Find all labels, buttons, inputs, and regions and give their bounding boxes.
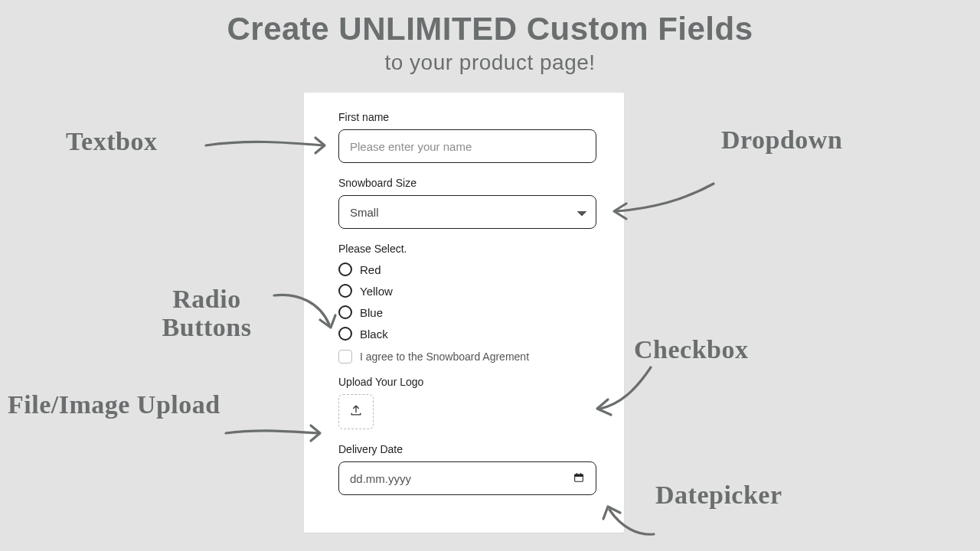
upload-button[interactable] <box>338 394 374 429</box>
page-headline: Create UNLIMITED Custom Fields to your p… <box>0 11 980 75</box>
radio-block: Please Select. Red Yellow Blue Black <box>338 243 596 364</box>
radio-option-red[interactable]: Red <box>338 262 596 276</box>
headline-subtitle: to your product page! <box>0 51 980 75</box>
agreement-checkbox[interactable]: I agree to the Snowboard Agrement <box>338 350 596 364</box>
form-card: First name Snowboard Size Small Please S… <box>304 93 624 533</box>
upload-label: Upload Your Logo <box>338 376 596 388</box>
radio-icon <box>338 305 352 319</box>
callout-dropdown: Dropdown <box>721 126 842 155</box>
date-input[interactable]: dd.mm.yyyy <box>338 461 596 495</box>
size-label: Snowboard Size <box>338 177 596 189</box>
callout-checkbox: Checkbox <box>634 335 748 364</box>
size-block: Snowboard Size Small <box>338 177 596 229</box>
radio-option-blue[interactable]: Blue <box>338 305 596 319</box>
upload-icon <box>348 403 364 421</box>
first-name-input[interactable] <box>338 129 596 163</box>
radio-label: Yellow <box>360 285 393 298</box>
radio-option-yellow[interactable]: Yellow <box>338 284 596 298</box>
agreement-label: I agree to the Snowboard Agrement <box>360 350 529 363</box>
upload-block: Upload Your Logo <box>338 376 596 429</box>
radio-icon <box>338 284 352 298</box>
headline-title: Create UNLIMITED Custom Fields <box>0 11 980 47</box>
radio-label: Red <box>360 263 381 276</box>
checkbox-icon <box>338 350 352 364</box>
radio-group-label: Please Select. <box>338 243 596 255</box>
radio-label: Black <box>360 328 388 341</box>
callout-textbox: Textbox <box>66 127 157 156</box>
svg-rect-1 <box>575 474 583 477</box>
calendar-icon <box>573 471 585 486</box>
radio-label: Blue <box>360 306 383 319</box>
size-select[interactable]: Small <box>338 195 596 229</box>
callout-radio: Radio Buttons <box>130 285 283 342</box>
callout-datepicker: Datepicker <box>655 481 782 510</box>
callout-upload: File/Image Upload <box>8 390 220 419</box>
radio-option-black[interactable]: Black <box>338 327 596 341</box>
date-placeholder: dd.mm.yyyy <box>350 472 411 485</box>
first-name-block: First name <box>338 111 596 163</box>
radio-icon <box>338 262 352 276</box>
first-name-label: First name <box>338 111 596 123</box>
date-label: Delivery Date <box>338 443 596 455</box>
date-block: Delivery Date dd.mm.yyyy <box>338 443 596 495</box>
radio-icon <box>338 327 352 341</box>
